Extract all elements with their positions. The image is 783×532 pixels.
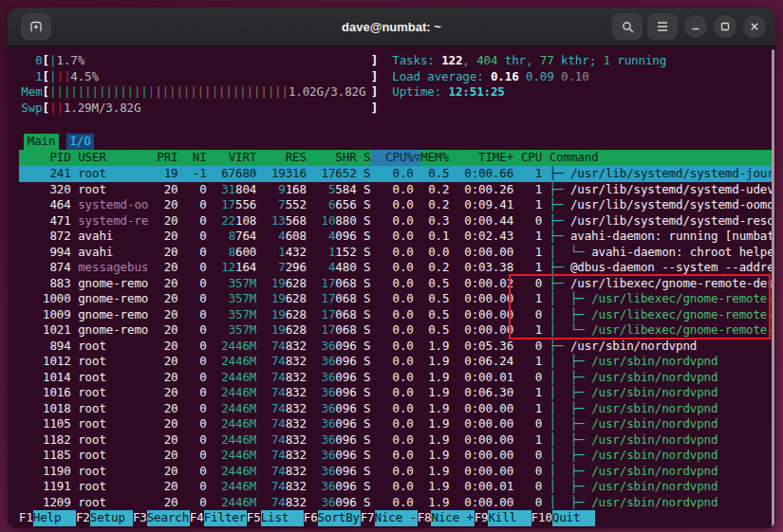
process-row[interactable]: 1185root2002446M7483236096S0.01.90:00.00… — [19, 448, 772, 464]
stats-segment: 12:51:25 — [449, 84, 505, 101]
process-row[interactable]: 471systemd-re200221081356810880S0.00.30:… — [19, 213, 772, 229]
process-row[interactable]: 1014root2002446M7483236096S0.01.90:00.01… — [19, 370, 772, 386]
process-row[interactable]: 320root2003180491685584S0.00.20:00.261├─… — [19, 182, 772, 198]
column-header-pid[interactable]: PID — [21, 150, 71, 166]
column-header-time[interactable]: TIME+ — [449, 150, 513, 166]
cell-pid: 1014 — [21, 370, 71, 386]
column-header-virt[interactable]: VIRT — [214, 150, 256, 166]
column-header-s[interactable]: S — [364, 150, 371, 166]
process-row[interactable]: 1018root2002446M7483236096S0.01.90:00.00… — [19, 401, 772, 417]
cell-virt: 2446M — [214, 416, 256, 432]
cell-command: ├─ /usr/libexec/gnome-remote-desktop — [542, 276, 772, 292]
cell-pri: 20 — [157, 291, 178, 307]
fn-nice-[interactable]: F8Nice + — [418, 510, 475, 526]
close-button[interactable] — [743, 15, 766, 38]
process-row[interactable]: 1021gnome-remo200357M1962817068S0.00.50:… — [19, 322, 772, 339]
process-row[interactable]: 1190root2002446M7483236096S0.01.90:00.00… — [19, 464, 772, 480]
fn-action-label: Nice + — [431, 510, 474, 526]
mem-value: 2446M — [221, 448, 256, 464]
fn-filter[interactable]: F4Filter — [190, 510, 247, 526]
meter-bar-ticks: || — [49, 101, 64, 117]
cell-cpu-id: 1 — [513, 166, 542, 182]
fn-help[interactable]: F1Help — [19, 510, 76, 526]
meter-tick-teal: | — [49, 53, 56, 69]
cell-state: S — [364, 385, 371, 401]
column-header-cpuid[interactable]: CPU — [513, 150, 542, 166]
cell-mem-percent: 1.9 — [414, 464, 450, 480]
stats-segment — [519, 69, 526, 85]
process-row[interactable]: 894root2002446M7483236096S0.01.90:05.360… — [19, 339, 772, 355]
command-text: /usr/libexec/gnome-remote-desk — [591, 322, 772, 339]
mem-value-high: 74 — [271, 479, 286, 495]
cell-state: S — [364, 464, 371, 480]
tab-io[interactable]: I/O — [66, 134, 95, 150]
fn-key-label: F9 — [475, 510, 489, 526]
minimize-button[interactable] — [684, 15, 707, 38]
column-header-res[interactable]: RES — [264, 150, 307, 166]
cell-res: 74832 — [264, 354, 307, 370]
tree-branch: │ ├─ — [550, 307, 591, 323]
mem-value-low: 832 — [286, 448, 307, 464]
process-row-selected[interactable]: 241root19-1676801931617652S0.00.50:00.66… — [19, 166, 772, 182]
cell-pri: 20 — [157, 197, 178, 213]
fn-action-label: List — [261, 510, 304, 526]
column-header-mem[interactable]: MEM% — [420, 150, 449, 166]
fn-nice-[interactable]: F7Nice - — [361, 510, 418, 526]
cell-ni: 0 — [185, 370, 207, 386]
column-header-user[interactable]: USER — [78, 150, 149, 166]
cell-time: 0:00.00 — [449, 495, 513, 511]
mem-value-low: 804 — [235, 182, 256, 198]
menu-button[interactable] — [647, 13, 678, 40]
maximize-button[interactable] — [714, 15, 736, 38]
fn-quit[interactable]: F10Quit — [531, 510, 595, 526]
scrollbar[interactable] — [772, 49, 774, 526]
meter-value: 4.5% — [70, 69, 99, 85]
fn-list[interactable]: F5List — [247, 510, 304, 526]
column-header-ni[interactable]: NI — [185, 150, 207, 166]
process-row[interactable]: 883gnome-remo200357M1962817068S0.00.50:0… — [19, 276, 772, 292]
process-row[interactable]: 1016root2002446M7483236096S0.01.90:06.30… — [19, 385, 772, 401]
mem-value-high: 74 — [271, 339, 286, 355]
fn-key-label: F7 — [361, 510, 375, 526]
process-row[interactable]: 1009gnome-remo200357M1962817068S0.00.50:… — [19, 307, 772, 323]
meter-tick-green: |||||||||||||| — [49, 84, 148, 101]
cell-pid: 1185 — [21, 448, 71, 464]
process-row[interactable]: 1191root2002446M7483236096S0.01.90:00.01… — [19, 479, 772, 495]
cell-pri: 20 — [157, 479, 178, 495]
meter-bracket-open: [ — [43, 84, 50, 101]
search-button[interactable] — [612, 13, 643, 40]
column-header-command[interactable]: Command — [542, 150, 772, 166]
cell-pid: 874 — [21, 260, 71, 276]
fn-search[interactable]: F3Search — [133, 510, 190, 526]
process-row[interactable]: 1012root2002446M7483236096S0.01.90:06.24… — [19, 354, 772, 370]
tab-main[interactable]: Main — [24, 134, 59, 150]
fn-kill[interactable]: F9Kill — [475, 510, 531, 526]
cell-res: 74832 — [264, 416, 307, 432]
cell-state: S — [364, 432, 371, 449]
fn-sortby[interactable]: F6SortBy — [304, 510, 361, 526]
process-row[interactable]: 464systemd-oo2001755675526656S0.00.20:09… — [19, 197, 772, 213]
mem-value: 2446M — [221, 401, 256, 417]
mem-value-low: 656 — [335, 197, 356, 213]
meter-tick-magenta: | — [155, 84, 161, 101]
process-row[interactable]: 1105root2002446M7483236096S0.01.90:00.00… — [19, 416, 772, 432]
column-header-cpu-sorted[interactable]: CPU% — [371, 150, 414, 166]
fn-setup[interactable]: F2Setup — [76, 510, 133, 526]
process-row[interactable]: 872avahi200876446084096S0.00.10:02.431├─… — [19, 229, 772, 245]
cell-ni: 0 — [185, 448, 207, 464]
maximize-icon — [719, 21, 731, 32]
cell-mem-percent: 1.9 — [414, 370, 450, 386]
meter-tick-blue: | — [148, 84, 155, 101]
process-row[interactable]: 1182root2002446M7483236096S0.01.90:00.00… — [19, 432, 772, 449]
stats-segment: thr, — [497, 53, 539, 69]
mem-value-low: 096 — [335, 479, 356, 495]
cell-pri: 20 — [157, 322, 178, 339]
process-row[interactable]: 994avahi200860014321152S0.00.00:00.001│ … — [19, 245, 772, 261]
mem-value-high: 8 — [229, 229, 235, 245]
column-header-pri[interactable]: PRI — [157, 150, 178, 166]
column-header-shr[interactable]: SHR — [313, 150, 356, 166]
process-row[interactable]: 874messagebus2001216472964480S0.00.20:03… — [19, 260, 772, 276]
process-row[interactable]: 1209root2002446M7483236096S0.01.90:00.00… — [19, 495, 772, 511]
meter-label: 1 — [21, 69, 43, 85]
process-row[interactable]: 1000gnome-remo200357M1962817068S0.00.50:… — [19, 291, 772, 307]
